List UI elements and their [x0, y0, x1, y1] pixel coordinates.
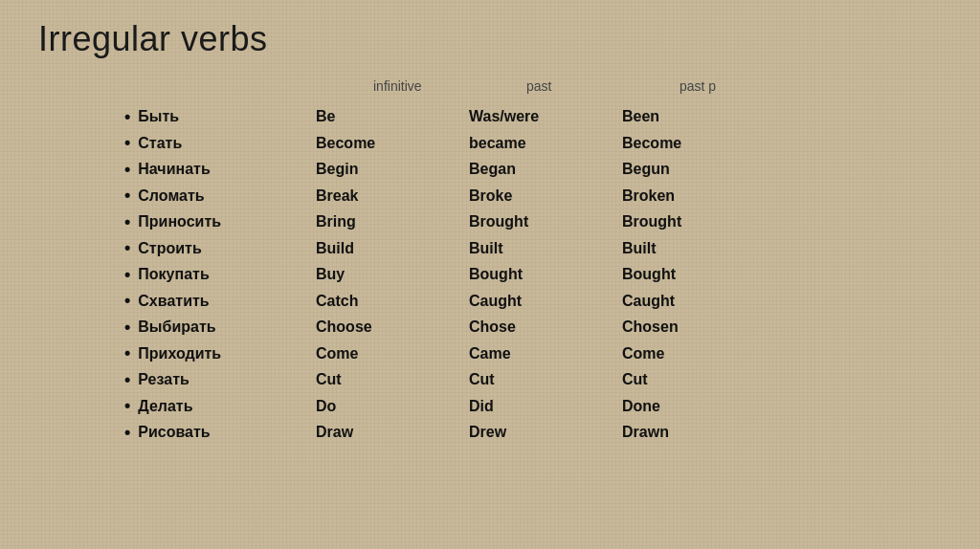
past-entry: Brought [469, 209, 622, 235]
past-entry: Was/were [469, 103, 622, 130]
infinitive-entry: Bring [316, 209, 469, 235]
past-p-entry: Been [622, 103, 775, 130]
column-headers: infinitive past past p [182, 78, 942, 94]
past-entry: became [469, 130, 622, 157]
past-p-column: BeenBecomeBegunBrokenBroughtBuiltBoughtC… [622, 103, 775, 446]
past-p-entry: Come [622, 340, 775, 367]
infinitive-entry: Choose [316, 314, 469, 340]
past-entry: Caught [469, 288, 622, 315]
past-p-entry: Cut [622, 366, 775, 393]
bullet-icon: • [124, 266, 130, 283]
past-entry: Broke [469, 183, 622, 209]
russian-entry: •Делать [124, 393, 316, 420]
verb-table: •Быть•Стать•Начинать•Сломать•Приносить•С… [124, 103, 942, 446]
russian-word: Приносить [138, 209, 221, 235]
past-p-entry: Begun [622, 156, 775, 183]
russian-entry: •Покупать [124, 261, 316, 288]
russian-entry: •Схватить [124, 288, 316, 315]
page: Irregular verbs infinitive past past p •… [0, 0, 980, 549]
infinitive-column: BeBecomeBeginBreakBringBuildBuyCatchChoo… [316, 103, 469, 446]
past-column: Was/werebecameBeganBrokeBroughtBuiltBoug… [469, 103, 622, 446]
past-p-entry: Done [622, 393, 775, 420]
russian-entry: •Выбирать [124, 314, 316, 340]
infinitive-entry: Cut [316, 366, 469, 393]
bullet-icon: • [124, 318, 130, 336]
russian-entry: •Быть [124, 103, 316, 130]
infinitive-entry: Draw [316, 419, 469, 446]
past-entry: Drew [469, 419, 622, 446]
russian-word: Быть [138, 103, 179, 130]
infinitive-entry: Begin [316, 156, 469, 183]
header-past: past [526, 78, 679, 94]
past-p-entry: Built [622, 235, 775, 262]
verb-columns: BeBecomeBeginBreakBringBuildBuyCatchChoo… [316, 103, 775, 446]
infinitive-entry: Become [316, 130, 469, 157]
bullet-icon: • [124, 292, 130, 309]
infinitive-entry: Come [316, 340, 469, 367]
russian-entry: •Строить [124, 235, 316, 262]
russian-word: Начинать [138, 156, 210, 183]
bullet-icon: • [124, 213, 130, 231]
past-entry: Cut [469, 366, 622, 393]
russian-entry: •Начинать [124, 156, 316, 183]
russian-word: Стать [138, 130, 182, 157]
russian-entry: •Сломать [124, 183, 316, 209]
past-p-entry: Chosen [622, 314, 775, 340]
russian-entry: •Рисовать [124, 419, 316, 446]
russian-entry: •Приносить [124, 209, 316, 235]
header-past-p: past p [679, 78, 833, 94]
russian-entry: •Стать [124, 130, 316, 157]
past-p-entry: Become [622, 130, 775, 157]
bullet-icon: • [124, 161, 130, 178]
bullet-icon: • [124, 397, 130, 414]
infinitive-entry: Be [316, 103, 469, 130]
past-entry: Came [469, 340, 622, 367]
russian-word: Строить [138, 235, 201, 262]
russian-column: •Быть•Стать•Начинать•Сломать•Приносить•С… [124, 103, 316, 446]
russian-word: Сломать [138, 183, 204, 209]
infinitive-entry: Buy [316, 261, 469, 288]
russian-entry: •Резать [124, 366, 316, 393]
page-title: Irregular verbs [38, 19, 942, 59]
past-p-entry: Broken [622, 183, 775, 209]
bullet-icon: • [124, 187, 130, 204]
infinitive-entry: Break [316, 183, 469, 209]
past-entry: Began [469, 156, 622, 183]
bullet-icon: • [124, 239, 130, 256]
russian-word: Делать [138, 393, 192, 420]
infinitive-entry: Catch [316, 288, 469, 315]
russian-word: Приходить [138, 340, 221, 367]
past-p-entry: Caught [622, 288, 775, 315]
past-entry: Chose [469, 314, 622, 340]
bullet-icon: • [124, 134, 130, 151]
bullet-icon: • [124, 108, 130, 125]
infinitive-entry: Build [316, 235, 469, 262]
past-entry: Built [469, 235, 622, 262]
bullet-icon: • [124, 344, 130, 362]
bullet-icon: • [124, 371, 130, 388]
russian-word: Схватить [138, 288, 209, 315]
infinitive-entry: Do [316, 393, 469, 420]
past-entry: Did [469, 393, 622, 420]
past-p-entry: Drawn [622, 419, 775, 446]
header-infinitive: infinitive [373, 78, 526, 94]
russian-word: Покупать [138, 261, 209, 288]
past-entry: Bought [469, 261, 622, 288]
russian-entry: •Приходить [124, 340, 316, 367]
russian-word: Выбирать [138, 314, 215, 340]
russian-word: Резать [138, 366, 189, 393]
bullet-icon: • [124, 424, 130, 441]
past-p-entry: Brought [622, 209, 775, 235]
russian-word: Рисовать [138, 419, 210, 446]
past-p-entry: Bought [622, 261, 775, 288]
